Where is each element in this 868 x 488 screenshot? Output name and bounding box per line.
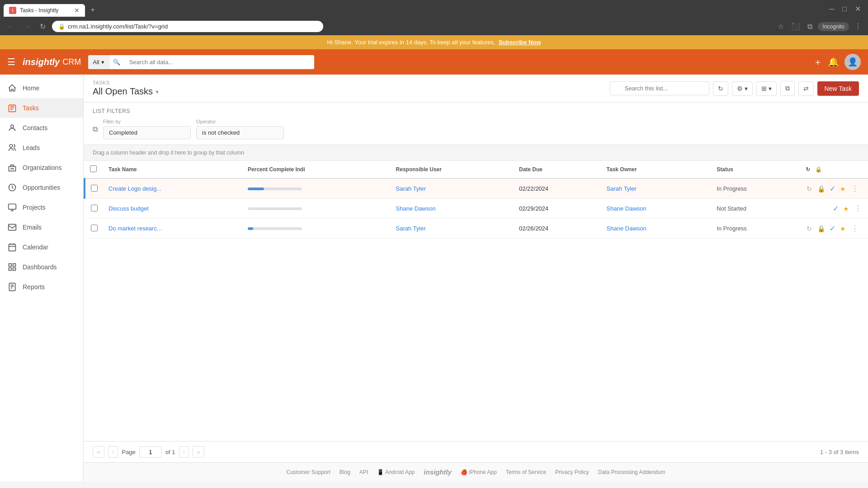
col-header-task-name[interactable]: Task Name	[103, 161, 242, 178]
page-number-input[interactable]	[139, 446, 162, 458]
lock-button-3[interactable]: 🔒	[816, 224, 826, 233]
complete-button-2[interactable]: ✓	[833, 204, 839, 213]
select-all-checkbox[interactable]	[90, 165, 97, 172]
more-button-3[interactable]: ⋮	[850, 223, 859, 234]
footer-terms[interactable]: Terms of Service	[506, 469, 546, 475]
task-name-link-3[interactable]: Do market researc...	[108, 225, 162, 232]
settings-button[interactable]: ⚙ ▾	[732, 81, 753, 96]
bookmark-button[interactable]: ☆	[776, 20, 786, 33]
address-bar[interactable]: 🔒 crm.na1.insightly.com/list/Task/?v=gri…	[52, 21, 323, 32]
sidebar-item-leads[interactable]: Leads	[0, 138, 83, 158]
view-toggle-button[interactable]: ⊞ ▾	[756, 81, 777, 96]
forward-button[interactable]: →	[21, 21, 33, 33]
row-checkbox-3[interactable]	[91, 225, 98, 231]
select-all-header[interactable]	[85, 161, 103, 178]
row-checkbox-cell[interactable]	[85, 219, 103, 239]
columns-button[interactable]: ⇄	[798, 81, 814, 96]
global-search-bar[interactable]: All ▾ 🔍	[88, 55, 314, 69]
close-tab-button[interactable]: ✕	[74, 7, 80, 14]
svg-point-1	[11, 125, 14, 128]
date-due-value: 02/26/2024	[519, 225, 548, 232]
row-checkbox-1[interactable]	[91, 185, 98, 192]
more-button-1[interactable]: ⋮	[850, 183, 859, 194]
sidebar-item-emails[interactable]: Emails	[0, 217, 83, 237]
complete-button-3[interactable]: ✓	[830, 224, 835, 233]
maximize-button[interactable]: □	[839, 3, 850, 15]
footer-android-app[interactable]: 📱 Android App	[377, 469, 415, 475]
col-header-status[interactable]: Status	[711, 161, 800, 178]
complete-button-1[interactable]: ✓	[830, 184, 835, 193]
new-tab-button[interactable]: +	[87, 4, 99, 17]
progress-bar-container	[248, 227, 302, 230]
row-checkbox-cell[interactable]	[85, 178, 103, 199]
responsible-user-link-1[interactable]: Sarah Tyler	[396, 185, 426, 192]
subscribe-link[interactable]: Subscribe Now	[499, 39, 541, 46]
sidebar-item-dashboards[interactable]: Dashboards	[0, 257, 83, 277]
footer-customer-support[interactable]: Customer Support	[286, 469, 330, 475]
global-search-input[interactable]	[124, 55, 315, 69]
tasks-title-dropdown[interactable]: All Open Tasks ▾	[93, 86, 159, 97]
sidebar-item-projects[interactable]: Projects	[0, 197, 83, 217]
footer-blog[interactable]: Blog	[340, 469, 350, 475]
footer-iphone-app[interactable]: 🍎 iPhone App	[461, 469, 497, 475]
search-list-input[interactable]	[610, 81, 709, 95]
sidebar-item-organizations[interactable]: Organizations	[0, 158, 83, 178]
col-header-percent-complete[interactable]: Percent Complete Indi	[242, 161, 390, 178]
close-button[interactable]: ✕	[851, 3, 864, 15]
footer-dpa[interactable]: Data Processing Addendum	[598, 469, 665, 475]
sidebar-item-tasks[interactable]: Tasks	[0, 98, 83, 118]
star-button-3[interactable]: ★	[839, 224, 847, 233]
sidebar-item-contacts[interactable]: Contacts	[0, 118, 83, 138]
row-checkbox-cell[interactable]	[85, 199, 103, 219]
task-owner-link-3[interactable]: Shane Dawson	[607, 225, 646, 232]
menu-button[interactable]: ⋮	[853, 20, 863, 33]
hamburger-menu-button[interactable]: ☰	[7, 56, 15, 67]
sidebar-item-opportunities[interactable]: Opportunities	[0, 178, 83, 197]
active-tab[interactable]: i Tasks - Insightly ✕	[4, 4, 85, 17]
col-header-task-owner[interactable]: Task Owner	[601, 161, 712, 178]
operator-input[interactable]	[196, 126, 284, 139]
extensions-button[interactable]: ⬛	[789, 20, 802, 33]
footer-api[interactable]: API	[359, 469, 368, 475]
task-owner-link-2[interactable]: Shane Dawson	[607, 205, 646, 212]
opportunities-icon	[7, 183, 17, 192]
search-all-button[interactable]: All ▾	[88, 55, 109, 69]
sidebar-item-home[interactable]: Home	[0, 78, 83, 98]
next-page-button[interactable]: ›	[179, 446, 189, 458]
recur-button-3[interactable]: ↻	[806, 224, 813, 233]
first-page-button[interactable]: «	[93, 446, 104, 458]
row-checkbox-2[interactable]	[91, 205, 98, 211]
add-button[interactable]: ＋	[813, 56, 822, 68]
back-button[interactable]: ←	[5, 21, 17, 33]
refresh-button[interactable]: ↻	[713, 81, 728, 96]
task-name-link-2[interactable]: Discuss budget	[108, 205, 149, 212]
col-header-date-due[interactable]: Date Due	[514, 161, 601, 178]
split-view-button[interactable]: ⧉	[806, 21, 814, 33]
task-name-link-1[interactable]: Create Logo desig...	[108, 185, 161, 192]
prev-page-button[interactable]: ‹	[108, 446, 118, 458]
user-avatar[interactable]: 👤	[844, 54, 861, 70]
tasks-icon	[7, 103, 17, 113]
star-button-2[interactable]: ★	[842, 204, 850, 213]
filter-button[interactable]: ⧉	[780, 81, 795, 96]
trial-banner: Hi Shane. Your trial expires in 14 days.…	[0, 35, 868, 49]
sidebar-label-calendar: Calendar	[23, 244, 48, 251]
more-button-2[interactable]: ⋮	[854, 203, 863, 214]
lock-button-1[interactable]: 🔒	[816, 184, 826, 193]
reload-button[interactable]: ↻	[37, 20, 48, 33]
recur-button-1[interactable]: ↻	[806, 184, 813, 193]
col-header-responsible-user[interactable]: Responsible User	[391, 161, 514, 178]
notifications-button[interactable]: 🔔	[828, 56, 839, 67]
sidebar-item-reports[interactable]: Reports	[0, 277, 83, 297]
filter-by-input[interactable]	[103, 126, 191, 139]
footer-privacy[interactable]: Privacy Policy	[555, 469, 589, 475]
minimize-button[interactable]: ─	[826, 3, 838, 15]
responsible-user-link-3[interactable]: Sarah Tyler	[396, 225, 426, 232]
responsible-user-link-2[interactable]: Shane Dawson	[396, 205, 436, 212]
star-button-1[interactable]: ★	[839, 184, 847, 193]
favicon-icon: i	[9, 7, 16, 14]
sidebar-item-calendar[interactable]: Calendar	[0, 237, 83, 257]
last-page-button[interactable]: »	[193, 446, 204, 458]
new-task-button[interactable]: New Task	[817, 81, 859, 96]
task-owner-link-1[interactable]: Sarah Tyler	[607, 185, 637, 192]
